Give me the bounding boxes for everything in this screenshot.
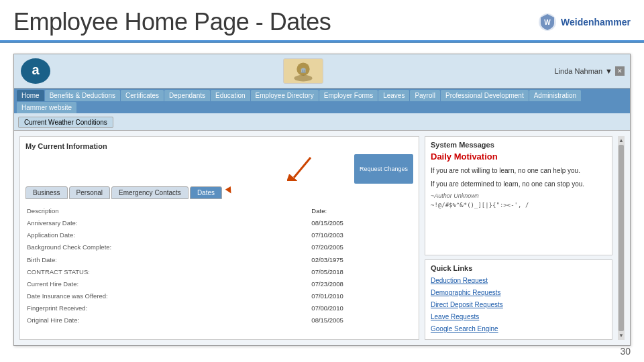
row-label: Description [27, 206, 310, 217]
arrow-container [287, 154, 314, 184]
nav-bar: Home Benefits & Deductions Certificates … [14, 88, 630, 113]
motivation-line-2: If you are determined to learn, no one c… [431, 179, 606, 190]
svg-point-6 [294, 75, 312, 82]
motivation-line-1: If you are not willing to learn, no one … [431, 166, 606, 176]
arrow-indicator [287, 154, 314, 181]
row-label: Anniversary Date: [27, 218, 310, 229]
row-value: 02/03/1975 [311, 255, 412, 265]
row-value: 07/01/2010 [311, 291, 412, 302]
table-row: Background Check Complete: 07/20/2005 [27, 242, 412, 253]
row-value: Date: [311, 206, 412, 217]
row-label: Birth Date: [27, 255, 310, 265]
row-label: Fingerprint Received: [27, 303, 310, 314]
company-logo: W Weidenhammer [538, 13, 631, 32]
row-value: 07/23/2008 [311, 279, 412, 290]
content-area: a 🏛️ Linda Nahman ▼ ✕ Home [0, 46, 644, 351]
sub-nav: Current Weather Conditions [14, 113, 630, 131]
row-label: Date Insurance was Offered: [27, 291, 310, 302]
scroll-up-button[interactable]: ▲ [619, 137, 624, 143]
table-row: Anniversary Date: 08/15/2005 [27, 218, 412, 229]
left-panel-title: My Current Information [25, 142, 413, 150]
user-dropdown-arrow[interactable]: ▼ [605, 67, 612, 75]
nav-item-dependants[interactable]: Dependants [164, 90, 210, 101]
table-row: Date Insurance was Offered: 07/01/2010 [27, 291, 412, 302]
right-panel: System Messages Daily Motivation If you … [425, 136, 612, 340]
svg-text:a: a [32, 62, 40, 77]
browser-logo-area: a [19, 57, 52, 85]
row-value: 07/10/2003 [311, 230, 412, 241]
center-logo-svg: 🏛️ [284, 58, 323, 84]
employee-logo: a [19, 57, 52, 85]
nav-item-education[interactable]: Education [211, 90, 250, 101]
nav-item-employer-forms[interactable]: Employer Forms [319, 90, 378, 101]
app-logo-container: a [19, 57, 52, 85]
tab-dates[interactable]: Dates [190, 186, 222, 199]
table-row: CONTRACT STATUS: 07/05/2018 [27, 267, 412, 278]
tab-business[interactable]: Business [25, 186, 68, 199]
quick-links-title: Quick Links [431, 264, 606, 272]
left-panel: My Current Information [19, 136, 419, 340]
row-label: Original Hire Date: [27, 315, 310, 326]
row-label: Application Date: [27, 230, 310, 241]
system-messages-panel: System Messages Daily Motivation If you … [425, 136, 612, 255]
table-row: Application Date: 07/10/2003 [27, 230, 412, 241]
dates-table: Description Date: Anniversary Date: 08/1… [25, 204, 413, 327]
nav-item-prof-dev[interactable]: Professional Development [441, 90, 529, 101]
page-header: Employee Home Page - Dates W Weidenhamme… [0, 0, 644, 42]
row-label: CONTRACT STATUS: [27, 267, 310, 278]
table-row: Original Hire Date: 08/15/2005 [27, 315, 412, 326]
table-row: Current Hire Date: 07/23/2008 [27, 279, 412, 290]
table-row: Fingerprint Received: 07/00/2010 [27, 303, 412, 314]
weidenhammer-icon: W [538, 13, 557, 32]
tab-personal[interactable]: Personal [69, 186, 110, 199]
system-messages-title: System Messages [431, 141, 606, 149]
username-display: Linda Nahman [555, 67, 603, 75]
row-value: 08/15/2005 [311, 315, 412, 326]
nav-item-leaves[interactable]: Leaves [378, 90, 409, 101]
nav-item-benefits[interactable]: Benefits & Deductions [45, 90, 120, 101]
table-row: Birth Date: 02/03/1975 [27, 255, 412, 265]
nav-item-payroll[interactable]: Payroll [410, 90, 440, 101]
brand-name: Weidenhammer [561, 17, 631, 27]
center-logo: 🏛️ [283, 58, 323, 84]
row-value: 08/15/2005 [311, 218, 412, 229]
tab-emergency-contacts[interactable]: Emergency Contacts [111, 186, 189, 199]
quick-link-direct-deposit[interactable]: Direct Deposit Requests [431, 299, 606, 311]
svg-text:🏛️: 🏛️ [301, 67, 307, 73]
quick-link-google[interactable]: Google Search Engine [431, 323, 606, 335]
row-value: 07/05/2018 [311, 267, 412, 278]
symbol-text: ~!@/#$%^&*()_][|}{":><-', / [431, 202, 606, 208]
quick-links-panel: Quick Links Deduction Request Demographi… [425, 259, 612, 340]
nav-item-employee-directory[interactable]: Employee Directory [251, 90, 319, 101]
row-value: 07/20/2005 [311, 242, 412, 253]
scroll-thumb[interactable] [619, 145, 624, 331]
browser-frame: a 🏛️ Linda Nahman ▼ ✕ Home [13, 54, 631, 346]
nav-item-hammer-website[interactable]: Hammer website [17, 102, 76, 113]
scroll-down-button[interactable]: ▼ [619, 333, 624, 339]
nav-item-administration[interactable]: Administration [529, 90, 581, 101]
row-label: Background Check Complete: [27, 242, 310, 253]
motivation-author: ~Author Unknown [431, 192, 606, 199]
quick-link-deduction[interactable]: Deduction Request [431, 275, 606, 287]
sub-nav-weather[interactable]: Current Weather Conditions [18, 117, 113, 128]
scrollbar[interactable]: ▲ ▼ [618, 136, 625, 340]
nav-item-home[interactable]: Home [17, 90, 44, 101]
row-label: Current Hire Date: [27, 279, 310, 290]
quick-link-leave[interactable]: Leave Requests [431, 311, 606, 323]
daily-motivation-title: Daily Motivation [431, 152, 606, 162]
main-panel: My Current Information [14, 131, 630, 345]
request-changes-area: Request Changes [25, 154, 413, 184]
row-value: 07/00/2010 [311, 303, 412, 314]
user-area: Linda Nahman ▼ ✕ [555, 66, 625, 76]
nav-item-certificates[interactable]: Certificates [121, 90, 164, 101]
tabs-row: Business Personal Emergency Contacts Dat… [25, 186, 413, 199]
close-button[interactable]: ✕ [615, 66, 625, 76]
browser-topbar: a 🏛️ Linda Nahman ▼ ✕ [14, 54, 630, 88]
page-number: 30 [620, 346, 631, 357]
table-row: Description Date: [27, 206, 412, 217]
request-changes-button[interactable]: Request Changes [354, 154, 413, 184]
svg-text:W: W [544, 19, 551, 26]
page-title: Employee Home Page - Dates [13, 8, 331, 36]
quick-link-demographic[interactable]: Demographic Requests [431, 287, 606, 299]
